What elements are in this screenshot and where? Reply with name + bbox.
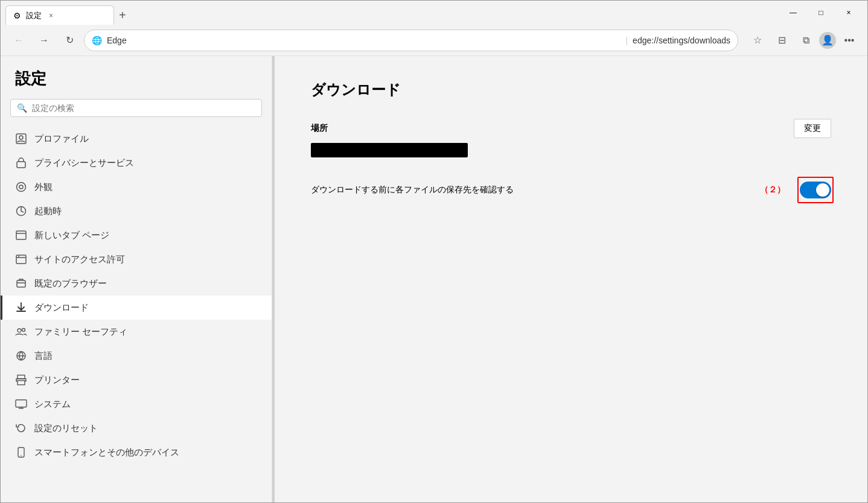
refresh-button[interactable]: ↻ [59,30,80,51]
location-label: 場所 [311,123,794,134]
sidebar-item-profile-label: プロファイル [34,133,89,145]
back-button[interactable]: ← [8,30,30,51]
newtab-nav-icon [15,229,27,241]
favorites-button[interactable]: ☆ [747,30,768,51]
appearance-nav-icon [15,181,27,193]
sidebar-item-familysafety[interactable]: ファミリー セーフティ [1,320,272,344]
language-nav-icon [15,350,27,362]
sidebar-item-startup-label: 起動時 [34,206,62,217]
new-tab-button[interactable]: + [114,5,131,25]
sidebar-item-defaultbrowser[interactable]: 既定のブラウザー [1,271,272,296]
system-nav-icon [15,398,27,410]
nav-bar: ← → ↻ 🌐 Edge | edge://settings/downloads… [1,25,867,56]
sidebar: 設定 🔍 プロファイル プライバシーとサービス [1,56,272,502]
svg-rect-9 [17,280,25,287]
main-area: 設定 🔍 プロファイル プライバシーとサービス [1,56,867,502]
tab-title: 設定 [26,10,42,21]
title-bar: ⚙ 設定 × + — □ × [1,1,867,25]
printer-nav-icon [15,374,27,386]
location-path [311,143,468,157]
siteaccess-nav-icon [15,253,27,265]
svg-rect-15 [16,400,27,407]
sidebar-item-appearance-label: 外観 [34,182,53,193]
svg-rect-14 [18,381,25,385]
sidebar-item-newtab[interactable]: 新しいタブ ページ [1,223,272,247]
sidebar-item-printer-label: プリンター [34,375,80,386]
search-input[interactable] [32,103,255,113]
toggle-annotation [800,182,831,198]
downloads-nav-icon [15,302,27,314]
active-tab[interactable]: ⚙ 設定 × [5,5,114,25]
confirm-download-toggle[interactable] [800,182,831,198]
change-button[interactable]: 変更 [794,119,831,138]
svg-point-4 [19,185,23,189]
content-area: ダウンロード 場所 変更 ダウンロードする前に各ファイルの保存先を確認する （２… [275,56,867,502]
profile-icon[interactable]: 👤 [819,32,836,49]
close-button[interactable]: × [835,3,863,22]
confirm-right: （２） [760,182,831,198]
confirm-download-label: ダウンロードする前に各ファイルの保存先を確認する [311,185,760,195]
tab-bar: ⚙ 設定 × + [5,1,779,25]
smartphone-nav-icon [15,446,27,458]
tab-close-button[interactable]: × [49,11,53,20]
maximize-button[interactable]: □ [807,3,835,22]
svg-point-8 [18,256,19,257]
sidebar-item-privacy[interactable]: プライバシーとサービス [1,151,272,175]
svg-rect-6 [16,231,26,239]
tab-settings-icon: ⚙ [13,11,21,21]
forward-button[interactable]: → [33,30,55,51]
confirm-download-row: ダウンロードする前に各ファイルの保存先を確認する （２） [311,177,831,203]
sidebar-item-system[interactable]: システム [1,392,272,416]
address-bar[interactable]: 🌐 Edge | edge://settings/downloads [84,30,738,51]
sidebar-item-downloads[interactable]: ダウンロード [1,296,272,320]
sidebar-item-profile[interactable]: プロファイル [1,127,272,151]
sidebar-item-reset-label: 設定のリセット [34,423,98,434]
sidebar-item-reset[interactable]: 設定のリセット [1,416,272,440]
sidebar-item-language-label: 言語 [34,350,53,362]
location-section: 場所 変更 [311,119,831,157]
minimize-button[interactable]: — [779,3,807,22]
sidebar-item-startup[interactable]: 起動時 [1,199,272,223]
sidebar-item-appearance[interactable]: 外観 [1,175,272,199]
sidebar-item-system-label: システム [34,399,71,410]
sidebar-item-smartphone-label: スマートフォンとその他のデバイス [34,447,179,458]
sidebar-item-siteaccess[interactable]: サイトのアクセス許可 [1,247,272,271]
more-button[interactable]: ••• [838,30,860,51]
location-header: 場所 変更 [311,119,831,138]
edge-logo-icon: 🌐 [92,36,102,45]
sidebar-item-familysafety-label: ファミリー セーフティ [34,326,127,338]
svg-rect-2 [17,162,25,168]
defaultbrowser-nav-icon [15,277,27,289]
address-divider: | [625,36,628,45]
edge-label: Edge [107,36,621,45]
sidebar-item-language[interactable]: 言語 [1,344,272,368]
startup-nav-icon [15,205,27,217]
annotation-2-label: （２） [760,185,785,195]
nav-right-buttons: ☆ ⊟ ⧉ 👤 ••• [747,30,860,51]
familysafety-nav-icon [15,326,27,338]
sidebar-item-printer[interactable]: プリンター [1,368,272,392]
sidebar-title: 設定 [1,68,272,99]
svg-point-11 [22,329,25,332]
privacy-nav-icon [15,157,27,169]
browser-window: ⚙ 設定 × + — □ × ← → ↻ 🌐 Edge | edge://set… [0,0,868,503]
sidebar-item-newtab-label: 新しいタブ ページ [34,230,109,241]
svg-point-17 [21,455,22,457]
svg-point-1 [19,136,23,139]
search-icon: 🔍 [17,103,27,113]
reading-list-button[interactable]: ⊟ [771,30,793,51]
page-title: ダウンロード [311,80,831,100]
collections-button[interactable]: ⧉ [795,30,817,51]
sidebar-item-defaultbrowser-label: 既定のブラウザー [34,278,107,289]
window-controls: — □ × [779,3,863,22]
sidebar-item-smartphone[interactable]: スマートフォンとその他のデバイス [1,440,272,464]
svg-point-3 [17,183,26,192]
reset-nav-icon [15,422,27,434]
svg-rect-7 [16,255,26,264]
sidebar-item-downloads-label: ダウンロード [34,302,89,314]
toggle-slider [800,182,831,198]
svg-point-10 [18,329,21,332]
svg-rect-13 [18,375,25,379]
sidebar-item-siteaccess-label: サイトのアクセス許可 [34,254,125,265]
search-box[interactable]: 🔍 [10,99,262,117]
